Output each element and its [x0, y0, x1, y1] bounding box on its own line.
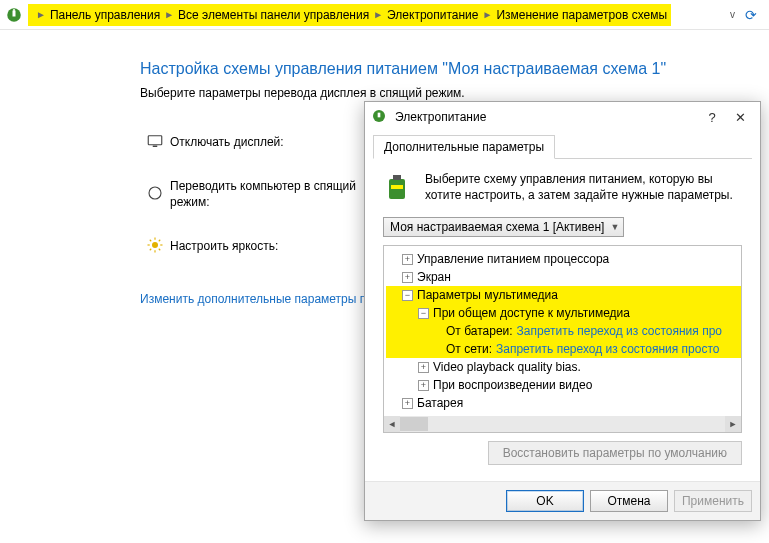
breadcrumb-item[interactable]: Электропитание	[387, 8, 478, 22]
tab-advanced[interactable]: Дополнительные параметры	[373, 135, 555, 159]
cancel-button[interactable]: Отмена	[590, 490, 668, 512]
apply-button[interactable]: Применить	[674, 490, 752, 512]
svg-point-4	[149, 187, 161, 199]
dialog-buttons: OK Отмена Применить	[365, 481, 760, 520]
tree-item-multimedia[interactable]: Параметры мультимедиа	[386, 286, 741, 304]
scheme-selected: Моя настраиваемая схема 1 [Активен]	[390, 220, 604, 234]
scheme-selector[interactable]: Моя настраиваемая схема 1 [Активен] ▼	[383, 217, 624, 237]
ok-button[interactable]: OK	[506, 490, 584, 512]
settings-tree[interactable]: Управление питанием процессора Экран Пар…	[383, 245, 742, 433]
power-plan-icon	[371, 108, 389, 126]
advanced-settings-link[interactable]: Изменить дополнительные параметры п	[140, 292, 366, 306]
collapse-icon[interactable]	[418, 308, 429, 319]
chevron-right-icon: ►	[482, 9, 492, 20]
page-subtitle: Выберите параметры перевода дисплея в сп…	[140, 86, 769, 100]
expand-icon[interactable]	[418, 362, 429, 373]
power-options-dialog: Электропитание ? ✕ Дополнительные параме…	[364, 101, 761, 521]
setting-label: Переводить компьютер в спящий режим:	[170, 178, 360, 210]
close-button[interactable]: ✕	[726, 106, 754, 128]
setting-label: Настроить яркость:	[170, 238, 278, 254]
svg-rect-2	[148, 135, 162, 144]
svg-line-12	[150, 249, 152, 251]
breadcrumb-path[interactable]: ► Панель управления ► Все элементы панел…	[28, 4, 671, 26]
chevron-right-icon: ►	[164, 9, 174, 20]
breadcrumb-item[interactable]: Все элементы панели управления	[178, 8, 369, 22]
breadcrumb-item[interactable]: Панель управления	[50, 8, 160, 22]
dialog-title: Электропитание	[395, 110, 486, 124]
expand-icon[interactable]	[402, 398, 413, 409]
setting-label: Отключать дисплей:	[170, 134, 284, 150]
help-button[interactable]: ?	[698, 106, 726, 128]
tree-item-screen[interactable]: Экран	[386, 268, 741, 286]
svg-line-11	[159, 249, 161, 251]
tree-item-battery[interactable]: Батарея	[386, 394, 741, 412]
tree-item-multimedia-share[interactable]: При общем доступе к мультимедиа	[386, 304, 741, 322]
svg-rect-3	[153, 145, 158, 147]
dialog-titlebar: Электропитание ? ✕	[365, 102, 760, 132]
tree-item-cpu[interactable]: Управление питанием процессора	[386, 250, 741, 268]
svg-line-10	[150, 240, 152, 242]
display-icon	[146, 132, 164, 153]
collapse-icon[interactable]	[402, 290, 413, 301]
refresh-icon[interactable]: ⟳	[745, 7, 757, 23]
scroll-thumb[interactable]	[400, 417, 428, 431]
expand-icon[interactable]	[418, 380, 429, 391]
tree-item-on-ac[interactable]: От сети:Запретить переход из состояния п…	[386, 340, 741, 358]
expand-icon[interactable]	[402, 254, 413, 265]
breadcrumb: ► Панель управления ► Все элементы панел…	[0, 0, 769, 30]
tree-item-video-bias[interactable]: Video playback quality bias.	[386, 358, 741, 376]
chevron-down-icon[interactable]: v	[730, 9, 735, 20]
sun-icon	[146, 236, 164, 257]
dialog-intro: Выберите схему управления питанием, кото…	[425, 171, 742, 203]
svg-line-13	[159, 240, 161, 242]
scroll-left-icon[interactable]: ◄	[384, 416, 400, 432]
scroll-right-icon[interactable]: ►	[725, 416, 741, 432]
expand-icon[interactable]	[402, 272, 413, 283]
tab-strip: Дополнительные параметры	[373, 134, 752, 159]
tree-item-video-playback[interactable]: При воспроизведении видео	[386, 376, 741, 394]
svg-rect-18	[391, 185, 403, 189]
svg-rect-15	[378, 113, 381, 118]
restore-defaults-button[interactable]: Восстановить параметры по умолчанию	[488, 441, 742, 465]
chevron-right-icon: ►	[373, 9, 383, 20]
chevron-right-icon: ►	[36, 9, 46, 20]
horizontal-scrollbar[interactable]: ◄ ►	[384, 416, 741, 432]
breadcrumb-item[interactable]: Изменение параметров схемы	[496, 8, 667, 22]
page-title: Настройка схемы управления питанием "Моя…	[140, 60, 769, 78]
svg-point-5	[152, 242, 158, 248]
battery-icon	[383, 171, 415, 203]
power-plan-icon	[4, 5, 24, 25]
tree-item-on-battery[interactable]: От батареи:Запретить переход из состояни…	[386, 322, 741, 340]
moon-icon	[146, 184, 164, 205]
chevron-down-icon: ▼	[610, 222, 619, 232]
svg-rect-17	[393, 175, 401, 180]
